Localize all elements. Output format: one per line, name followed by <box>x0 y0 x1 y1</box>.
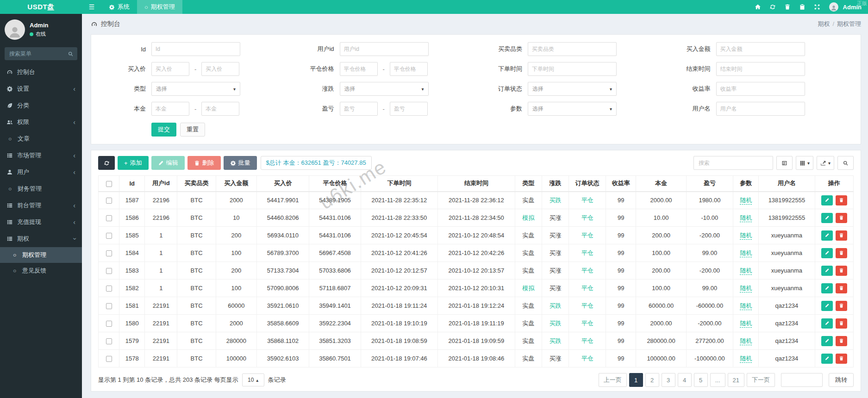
user-avatar[interactable] <box>5 19 25 40</box>
filter-close-price-max-input[interactable] <box>390 62 428 76</box>
row-edit-button[interactable] <box>821 301 833 311</box>
row-delete-button[interactable] <box>836 213 847 223</box>
column-header-10[interactable]: 订单状态 <box>569 176 606 192</box>
select-all-checkbox[interactable] <box>106 181 112 187</box>
filter-principal-max-input[interactable] <box>201 102 239 116</box>
topbar-refresh-button[interactable] <box>766 0 779 14</box>
param-link[interactable]: 随机 <box>740 302 752 310</box>
column-header-14[interactable]: 参数 <box>733 176 759 192</box>
row-checkbox[interactable] <box>106 215 112 221</box>
row-edit-button[interactable] <box>821 213 833 223</box>
sidebar-item-feedback[interactable]: ○意见反馈 <box>0 263 82 279</box>
filter-id-input[interactable] <box>151 42 240 56</box>
param-link[interactable]: 随机 <box>740 232 752 240</box>
row-delete-button[interactable] <box>836 301 847 311</box>
param-link[interactable]: 随机 <box>740 249 752 257</box>
app-logo[interactable]: USDT盘 <box>0 0 82 14</box>
row-checkbox[interactable] <box>106 356 112 362</box>
page-1[interactable]: 1 <box>629 373 643 387</box>
refresh-button[interactable] <box>98 156 115 170</box>
sidebar-item-options[interactable]: 期权 ‹ <box>0 230 82 247</box>
filter-buy-price-max-input[interactable] <box>201 62 239 76</box>
filter-profit-max-input[interactable] <box>390 102 428 116</box>
page-5[interactable]: 5 <box>694 373 708 387</box>
column-header-11[interactable]: 收益率 <box>606 176 636 192</box>
select-all-header[interactable] <box>99 176 119 192</box>
column-header-9[interactable]: 涨跌 <box>542 176 568 192</box>
sidebar-item-category[interactable]: 分类 <box>0 97 82 114</box>
sidebar-item-permission[interactable]: 权限 ‹ <box>0 114 82 131</box>
param-link[interactable]: 随机 <box>740 355 752 363</box>
row-edit-button[interactable] <box>821 283 833 293</box>
sidebar-item-recharge[interactable]: 充值提现 ‹ <box>0 214 82 230</box>
sidebar-search-input[interactable] <box>5 47 77 60</box>
row-delete-button[interactable] <box>836 195 847 205</box>
reset-button[interactable]: 重置 <box>180 123 205 137</box>
row-edit-button[interactable] <box>821 318 833 329</box>
column-header-13[interactable]: 盈亏 <box>686 176 733 192</box>
page-size-select[interactable]: 10▴ <box>242 373 264 386</box>
filter-symbol-input[interactable] <box>528 42 617 56</box>
delete-button[interactable]: 删除 <box>187 156 221 170</box>
param-link[interactable]: 随机 <box>740 337 752 345</box>
row-delete-button[interactable] <box>836 336 847 346</box>
filter-close-price-min-input[interactable] <box>340 62 378 76</box>
filter-end-time-input[interactable] <box>716 62 805 76</box>
column-header-1[interactable]: 用户id <box>145 176 177 192</box>
filter-rate-input[interactable] <box>716 82 805 96</box>
nav-system[interactable]: 系统 <box>101 0 137 14</box>
row-checkbox[interactable] <box>106 338 112 344</box>
param-link[interactable]: 随机 <box>740 285 752 292</box>
row-edit-button[interactable] <box>821 336 833 346</box>
row-checkbox[interactable] <box>106 321 112 327</box>
jump-button[interactable]: 跳转 <box>829 373 854 387</box>
filter-principal-min-input[interactable] <box>151 102 189 116</box>
edit-button[interactable]: 编辑 <box>151 156 185 170</box>
sidebar-item-settings[interactable]: 设置 ‹ <box>0 81 82 97</box>
column-header-4[interactable]: 买入价 <box>257 176 309 192</box>
page-2[interactable]: 2 <box>645 373 659 387</box>
row-delete-button[interactable] <box>836 283 847 293</box>
column-header-8[interactable]: 类型 <box>515 176 542 192</box>
topbar-paste-button[interactable] <box>796 0 809 14</box>
param-link[interactable]: 随机 <box>740 214 752 222</box>
sidebar-item-options-manage[interactable]: ○期权管理 <box>0 247 82 263</box>
page-prev[interactable]: 上一页 <box>599 373 627 387</box>
page-21[interactable]: 21 <box>728 373 744 387</box>
column-header-6[interactable]: 下单时间 <box>361 176 438 192</box>
filter-buy-price-min-input[interactable] <box>151 62 189 76</box>
row-edit-button[interactable] <box>821 266 833 276</box>
row-edit-button[interactable] <box>821 248 833 258</box>
row-edit-button[interactable] <box>821 230 833 241</box>
filter-profit-min-input[interactable] <box>340 102 378 116</box>
column-header-0[interactable]: Id <box>119 176 145 192</box>
submit-button[interactable]: 提交 <box>151 123 176 137</box>
param-link[interactable]: 随机 <box>740 320 752 328</box>
topbar-expand-button[interactable] <box>811 0 824 14</box>
sidebar-item-frontend[interactable]: 前台管理 ‹ <box>0 197 82 214</box>
avatar[interactable] <box>829 2 838 12</box>
filter-order-status-select[interactable]: 选择▾ <box>528 82 617 96</box>
export-button[interactable]: ▾ <box>817 156 834 170</box>
row-delete-button[interactable] <box>836 266 847 276</box>
page-ellipsis[interactable]: ... <box>710 373 725 387</box>
filter-user-id-input[interactable] <box>340 42 429 56</box>
row-delete-button[interactable] <box>836 248 847 258</box>
topbar-trash-button[interactable] <box>781 0 794 14</box>
row-edit-button[interactable] <box>821 354 833 364</box>
page-next[interactable]: 下一页 <box>747 373 775 387</box>
search-button[interactable] <box>837 156 854 170</box>
sidebar-item-dashboard[interactable]: 控制台 <box>0 64 82 81</box>
page-jump-input[interactable] <box>781 373 823 387</box>
sidebar-item-article[interactable]: ○文章 <box>0 131 82 147</box>
column-header-16[interactable]: 操作 <box>815 176 853 192</box>
row-edit-button[interactable] <box>821 195 833 205</box>
page-4[interactable]: 4 <box>678 373 692 387</box>
columns-button[interactable]: ▾ <box>796 156 813 170</box>
sidebar-item-finance[interactable]: ○财务管理 <box>0 180 82 197</box>
column-header-15[interactable]: 用户名 <box>759 176 815 192</box>
detail-view-button[interactable] <box>776 156 793 170</box>
filter-param-select[interactable]: 选择▾ <box>528 102 617 116</box>
column-header-3[interactable]: 买入金额 <box>216 176 256 192</box>
topbar-home-button[interactable] <box>751 0 764 14</box>
